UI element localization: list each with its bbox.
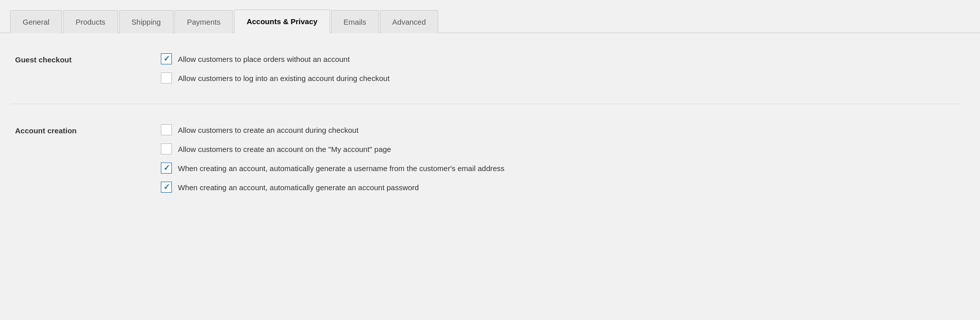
tab-accounts-privacy[interactable]: Accounts & Privacy (234, 10, 330, 33)
tab-payments[interactable]: Payments (174, 10, 233, 33)
tab-shipping[interactable]: Shipping (119, 10, 173, 33)
tab-general[interactable]: General (10, 10, 62, 33)
section-guest-checkout: Guest checkout✓Allow customers to place … (10, 53, 960, 84)
checkbox-account-generate-password[interactable]: ✓ (161, 182, 172, 193)
option-label-account-generate-password[interactable]: When creating an account, automatically … (178, 183, 419, 192)
tab-emails[interactable]: Emails (331, 10, 379, 33)
option-label-account-create-myaccount[interactable]: Allow customers to create an account on … (178, 145, 391, 153)
tabs-bar: GeneralProductsShippingPaymentsAccounts … (0, 0, 980, 33)
section-options-account-creation: ✓Allow customers to create an account du… (161, 124, 505, 193)
option-label-account-create-checkout[interactable]: Allow customers to create an account dur… (178, 126, 358, 134)
checkbox-account-create-myaccount[interactable]: ✓ (161, 143, 172, 154)
checkbox-account-create-checkout[interactable]: ✓ (161, 124, 172, 135)
option-row-account-generate-username: ✓When creating an account, automatically… (161, 163, 505, 174)
option-row-guest-checkout-orders: ✓Allow customers to place orders without… (161, 53, 389, 64)
checkbox-guest-checkout-orders[interactable]: ✓ (161, 53, 172, 64)
checkmark-account-generate-username: ✓ (163, 164, 170, 172)
checkmark-account-generate-password: ✓ (163, 183, 170, 191)
option-label-account-generate-username[interactable]: When creating an account, automatically … (178, 164, 505, 173)
checkbox-guest-checkout-login[interactable]: ✓ (161, 72, 172, 84)
option-row-account-generate-password: ✓When creating an account, automatically… (161, 182, 505, 193)
page-wrapper: GeneralProductsShippingPaymentsAccounts … (0, 0, 980, 320)
option-row-guest-checkout-login: ✓Allow customers to log into an existing… (161, 72, 389, 84)
checkbox-account-generate-username[interactable]: ✓ (161, 163, 172, 174)
section-divider-0 (10, 104, 960, 104)
section-account-creation: Account creation✓Allow customers to crea… (10, 124, 960, 193)
checkmark-guest-checkout-orders: ✓ (163, 55, 170, 63)
option-row-account-create-checkout: ✓Allow customers to create an account du… (161, 124, 505, 135)
section-label-account-creation: Account creation (10, 124, 161, 135)
section-label-guest-checkout: Guest checkout (10, 53, 161, 64)
section-options-guest-checkout: ✓Allow customers to place orders without… (161, 53, 389, 84)
option-label-guest-checkout-orders[interactable]: Allow customers to place orders without … (178, 55, 350, 63)
option-row-account-create-myaccount: ✓Allow customers to create an account on… (161, 143, 505, 154)
content-area: Guest checkout✓Allow customers to place … (0, 33, 980, 233)
tab-advanced[interactable]: Advanced (380, 10, 439, 33)
tab-products[interactable]: Products (63, 10, 118, 33)
option-label-guest-checkout-login[interactable]: Allow customers to log into an existing … (178, 74, 389, 83)
